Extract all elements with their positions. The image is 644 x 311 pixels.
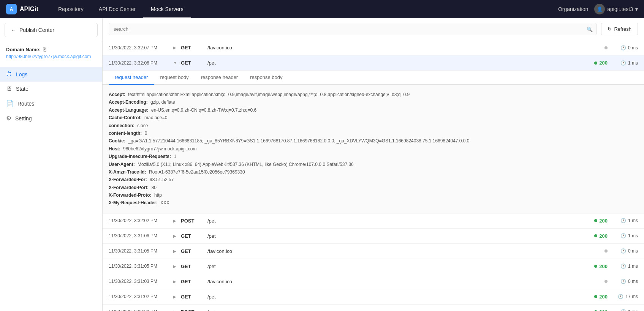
search-input[interactable]: [109, 23, 597, 35]
log-path: /pet: [207, 218, 577, 224]
status-code: 200: [599, 218, 608, 224]
sidebar-nav: ⏱ Logs 🖥 State 📄 Routes ⚙ Setting: [0, 64, 102, 129]
sidebar-item-label-setting: Setting: [15, 115, 32, 122]
log-path: /pet: [207, 233, 577, 239]
search-icon[interactable]: 🔍: [587, 26, 593, 32]
header-line: User-Agent: Mozilla/5.0 (X11; Linux x86_…: [109, 161, 638, 168]
log-duration: 🕐 0 ms: [608, 45, 638, 51]
log-path: /favicon.ico: [207, 45, 577, 51]
table-row[interactable]: 11/30/2022, 3:31:05 PM ▶ GET /pet 200 🕐 …: [103, 259, 644, 274]
setting-icon: ⚙: [6, 115, 11, 122]
status-indicator: [604, 46, 608, 49]
header-line: Upgrade-Insecure-Requests: 1: [109, 153, 638, 160]
status-code: 200: [599, 264, 608, 269]
header-line: X-My-Request-Header: XXX: [109, 199, 638, 207]
routes-icon: 📄: [6, 100, 14, 107]
log-method: POST: [181, 309, 207, 311]
duration-value: 1 ms: [628, 218, 638, 223]
log-status: [577, 280, 608, 283]
nav-links: Repository API Doc Center Mock Servers: [51, 0, 558, 18]
app-name: APIGit: [20, 6, 38, 13]
header-key: X-Amzn-Trace-Id:: [109, 169, 147, 175]
expand-arrow-icon: ▶: [173, 249, 181, 253]
tab-request-body[interactable]: request body: [154, 71, 195, 85]
sidebar-item-logs[interactable]: ⏱ Logs: [0, 67, 102, 82]
log-duration: 🕐 1 ms: [608, 233, 638, 238]
status-indicator: [594, 295, 597, 298]
header-line: Accept-Encoding: gzip, deflate: [109, 98, 638, 106]
app-logo[interactable]: A APIGit: [6, 4, 38, 14]
status-code: 200: [599, 294, 608, 300]
header-value: _ga=GA1.1.577210444.1666831185; _ga_85YR…: [128, 138, 469, 144]
tab-request-header[interactable]: request header: [109, 71, 154, 85]
domain-url: http://980be62vfygro77jw.mock.apigit.com: [6, 54, 96, 59]
expand-arrow-icon: ▶: [173, 46, 181, 50]
header-line: X-Forwarded-Port: 80: [109, 184, 638, 191]
table-row[interactable]: 11/30/2022, 3:31:05 PM ▶ GET /favicon.ic…: [103, 244, 644, 259]
clock-icon: 🕐: [620, 233, 626, 238]
log-path: /pet: [207, 60, 577, 66]
domain-label-text: Domain Name:: [6, 47, 41, 52]
table-row[interactable]: 11/30/2022, 3:32:07 PM ▶ GET /favicon.ic…: [103, 40, 644, 55]
log-time: 11/30/2022, 3:31:05 PM: [109, 264, 173, 269]
status-indicator: [604, 280, 608, 283]
table-row[interactable]: 11/30/2022, 3:31:03 PM ▶ GET /favicon.ic…: [103, 274, 644, 289]
table-row[interactable]: 11/30/2022, 3:31:06 PM ▶ GET /pet 200 🕐 …: [103, 229, 644, 244]
publish-center-button[interactable]: ← Publish Center: [5, 23, 98, 37]
header-value: Mozilla/5.0 (X11; Linux x86_64) AppleWeb…: [138, 162, 354, 167]
status-indicator: [594, 234, 597, 237]
log-method: GET: [181, 294, 207, 300]
nav-mock-servers[interactable]: Mock Servers: [143, 0, 191, 18]
user-name: apigit.test3: [607, 6, 633, 12]
log-list: 11/30/2022, 3:32:07 PM ▶ GET /favicon.ic…: [103, 40, 644, 311]
header-key: Host:: [109, 146, 122, 152]
clock-icon: 🕐: [620, 248, 626, 254]
header-value: XXX: [160, 200, 169, 205]
table-row[interactable]: 11/30/2022, 3:29:32 PM ▶ POST /pet 200 🕐…: [103, 305, 644, 311]
header-line: Host: 980be62vfygro77jw.mock.apigit.com: [109, 145, 638, 153]
search-bar: 🔍 ↻ Refresh: [103, 18, 644, 40]
header-key: Upgrade-Insecure-Requests:: [109, 154, 172, 159]
header-line: content-length: 0: [109, 129, 638, 137]
log-path: /pet: [207, 264, 577, 269]
log-duration: 🕐 0 ms: [608, 279, 638, 284]
header-line: Accept: text/html,application/xhtml+xml,…: [109, 91, 638, 98]
organization-label[interactable]: Organization: [558, 6, 588, 12]
header-key: Cookie:: [109, 138, 127, 144]
sidebar-item-routes[interactable]: 📄 Routes: [0, 96, 102, 111]
expand-arrow-icon: ▶: [173, 264, 181, 268]
duration-value: 0 ms: [628, 45, 638, 51]
log-method: POST: [181, 218, 207, 224]
state-icon: 🖥: [6, 85, 12, 92]
user-menu[interactable]: 👤 apigit.test3 ▾: [594, 4, 638, 14]
nav-api-doc-center[interactable]: API Doc Center: [91, 0, 143, 18]
log-status: 200: [577, 309, 608, 311]
log-method: GET: [181, 233, 207, 239]
nav-repository[interactable]: Repository: [51, 0, 91, 18]
copy-icon[interactable]: ⎘: [43, 46, 46, 52]
log-time: 11/30/2022, 3:29:32 PM: [109, 309, 173, 311]
main-layout: ← Publish Center Domain Name: ⎘ http://9…: [0, 18, 644, 311]
header-value: Root=1-6387e7f6-5e2aa15f0c2056ec79369330: [149, 169, 245, 175]
table-row[interactable]: 11/30/2022, 3:31:02 PM ▶ GET /pet 200 🕐 …: [103, 289, 644, 305]
log-duration: 🕐 1 ms: [608, 309, 638, 311]
log-time: 11/30/2022, 3:32:07 PM: [109, 45, 173, 51]
sidebar-item-state[interactable]: 🖥 State: [0, 82, 102, 96]
log-method: GET: [181, 279, 207, 284]
sidebar-item-label-logs: Logs: [16, 71, 27, 77]
status-code: 200: [599, 60, 608, 66]
sidebar-item-setting[interactable]: ⚙ Setting: [0, 111, 102, 126]
status-indicator: [594, 219, 597, 222]
status-indicator: [604, 249, 608, 253]
duration-value: 1 ms: [628, 233, 638, 238]
table-row[interactable]: 11/30/2022, 3:32:06 PM ▼ GET /pet 200 🕐 …: [103, 55, 644, 71]
tab-response-body[interactable]: response body: [244, 71, 288, 85]
tab-response-header[interactable]: response header: [195, 71, 244, 85]
clock-icon: 🕐: [620, 264, 626, 269]
log-status: 200: [577, 294, 608, 300]
header-value: 98.51.52.57: [150, 177, 174, 182]
log-time: 11/30/2022, 3:31:02 PM: [109, 294, 173, 299]
refresh-button[interactable]: ↻ Refresh: [601, 23, 638, 35]
table-row[interactable]: 11/30/2022, 3:32:02 PM ▶ POST /pet 200 🕐…: [103, 213, 644, 229]
log-method: GET: [181, 45, 207, 51]
